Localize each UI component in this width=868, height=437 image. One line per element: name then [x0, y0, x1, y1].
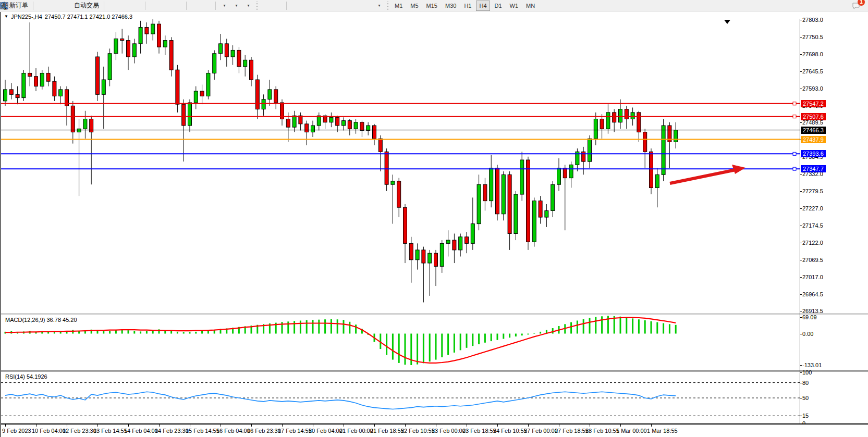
hline-handle[interactable]	[793, 102, 796, 105]
chart-shift-button[interactable]	[202, 1, 212, 11]
timeframe-m15-button[interactable]: M15	[423, 1, 441, 11]
chart-bars-button[interactable]	[107, 1, 118, 11]
tile-windows-button[interactable]	[173, 1, 183, 11]
candle-body	[643, 132, 647, 152]
arrows-button[interactable]: ▾	[374, 1, 384, 11]
rsi-pane[interactable]	[1, 372, 800, 423]
candle-body	[582, 152, 585, 161]
zoom-out-button[interactable]	[161, 1, 171, 11]
cursor-button[interactable]	[261, 1, 271, 11]
macd-pane[interactable]	[1, 315, 800, 370]
candle-body	[391, 181, 395, 184]
candle-body	[219, 44, 223, 54]
candle-body	[71, 106, 75, 132]
timeframe-m5-button[interactable]: M5	[407, 1, 421, 11]
time-axis-label: 23 Feb 18:55	[462, 428, 496, 434]
dropdown-caret-icon: ▾	[247, 3, 249, 8]
new-chart-button[interactable]: ▾	[219, 1, 229, 11]
timeframe-m30-button[interactable]: M30	[442, 1, 459, 11]
timeframe-m1-button[interactable]: M1	[392, 1, 406, 11]
hline-handle[interactable]	[793, 152, 796, 155]
arrow-annotation[interactable]	[670, 169, 738, 183]
time-axis-label: 14 Feb 23:30	[155, 428, 189, 434]
timeframe-w1-button[interactable]: W1	[507, 1, 522, 11]
candle-body	[274, 90, 278, 103]
rsi-tick-label: 15	[802, 412, 849, 419]
notifications-button[interactable]: 1	[851, 1, 862, 11]
autotrading-button[interactable]: 自动交易	[72, 1, 101, 11]
candle-body	[169, 41, 173, 70]
candle-body	[114, 39, 118, 53]
text-button[interactable]: A	[350, 1, 360, 11]
chart-shift-marker[interactable]	[724, 20, 730, 24]
crosshair-button[interactable]	[273, 1, 283, 11]
fibonacci-button[interactable]: F	[338, 1, 348, 11]
hline-handle[interactable]	[793, 167, 796, 170]
time-axis-tick	[344, 424, 344, 427]
time-axis-label: 20 Feb 04:00	[309, 428, 343, 434]
zoom-in-button[interactable]	[149, 1, 159, 11]
price-line-badge: 27547.2	[801, 100, 826, 107]
periods-button[interactable]: ▾	[231, 1, 241, 11]
time-axis-tick	[374, 424, 375, 427]
candle-body	[59, 90, 63, 96]
candle-body	[292, 116, 296, 127]
timeframe-mn-button[interactable]: MN	[523, 1, 538, 11]
market-watch-button[interactable]	[36, 1, 47, 11]
time-axis-tick	[221, 424, 221, 427]
candle-body	[342, 121, 346, 126]
price-chart-pane[interactable]	[1, 19, 800, 314]
templates-button[interactable]: ▾	[243, 1, 253, 11]
time-axis[interactable]: 9 Feb 202310 Feb 04:0012 Feb 23:3013 Feb…	[1, 423, 868, 437]
time-axis-label: 12 Feb 23:30	[63, 428, 96, 434]
search-button[interactable]	[838, 1, 848, 11]
time-axis-label: 21 Feb 00:00	[339, 428, 373, 434]
signals-button[interactable]	[60, 1, 71, 11]
candle-body	[46, 73, 50, 81]
text-label-button[interactable]: T	[362, 1, 372, 11]
price-line-badge: 27393.6	[801, 150, 826, 157]
time-axis-label: 16 Feb 23:30	[247, 428, 281, 434]
candle-body	[348, 121, 351, 129]
chart-menu-caret-icon[interactable]: ▼	[4, 14, 8, 19]
toolbar-separator	[286, 2, 287, 10]
candle-body	[563, 168, 567, 178]
trendline-button[interactable]	[314, 1, 324, 11]
horizontal-line-button[interactable]	[302, 1, 312, 11]
candle-body	[336, 117, 339, 126]
chart-candles-button[interactable]	[119, 1, 130, 11]
candle-body	[378, 139, 382, 152]
candle-body	[404, 207, 407, 243]
autotrading-label: 自动交易	[74, 1, 99, 10]
candle-body	[539, 201, 542, 217]
hline-handle[interactable]	[793, 115, 796, 118]
new-order-label: 新订单	[9, 1, 28, 10]
candle-body	[477, 184, 481, 223]
toolbar-grip[interactable]	[387, 2, 389, 10]
candle-body	[502, 174, 505, 214]
candle-body	[613, 113, 616, 122]
toolbar-grip[interactable]	[256, 2, 258, 10]
toolbar-separator	[186, 2, 187, 10]
time-axis-tick	[620, 424, 621, 427]
time-axis-tick	[128, 424, 129, 427]
navigator-button[interactable]	[48, 1, 59, 11]
notification-badge: 1	[858, 0, 865, 6]
candle-body	[213, 54, 216, 73]
time-axis-tick	[467, 424, 467, 427]
price-tick-label: 27069.5	[802, 256, 849, 264]
time-axis-label: 17 Feb 14:55	[278, 428, 312, 434]
toolbar-separator	[104, 2, 104, 10]
time-axis-label: 13 Feb 14:55	[93, 428, 127, 434]
equidistant-channel-button[interactable]: E	[326, 1, 336, 11]
time-axis-tick	[190, 424, 190, 427]
timeframe-h1-button[interactable]: H1	[461, 1, 474, 11]
new-order-button[interactable]: 新订单	[8, 1, 30, 11]
time-axis-tick	[405, 424, 406, 427]
timeframe-h4-button[interactable]: H4	[476, 1, 490, 11]
candle-body	[9, 90, 13, 94]
vertical-line-button[interactable]	[290, 1, 300, 11]
timeframe-d1-button[interactable]: D1	[492, 1, 505, 11]
chart-line-button[interactable]	[131, 1, 142, 11]
auto-scroll-button[interactable]	[190, 1, 200, 11]
